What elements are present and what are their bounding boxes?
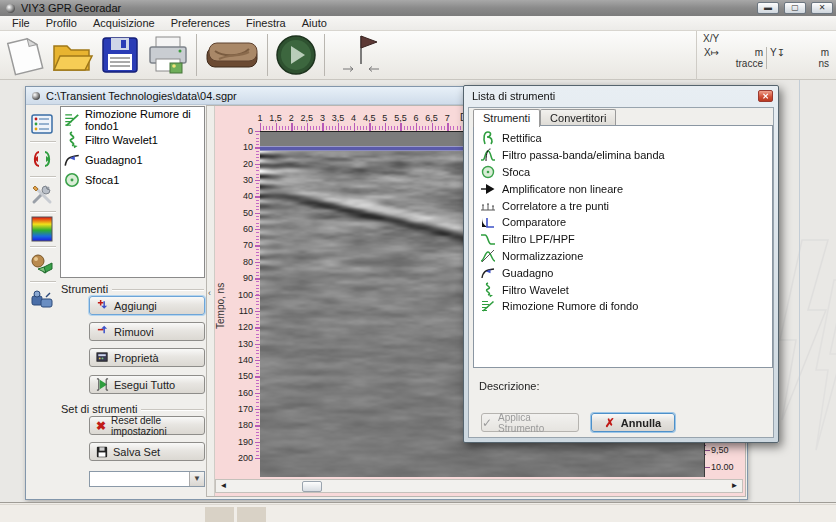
chain-item-gain[interactable]: Guadagno1 xyxy=(63,150,202,170)
y-units-selector[interactable]: Y↧ mns xyxy=(766,47,832,69)
tool-item-normalizzazione[interactable]: Normalizzazione xyxy=(476,248,770,265)
side-tool-strip xyxy=(29,107,57,316)
distance-tick-mark xyxy=(276,123,277,131)
dialog-titlebar[interactable]: Lista di strumenti ✕ xyxy=(464,86,778,106)
settings-tools-button[interactable] xyxy=(29,181,55,207)
time-tick-label: 0 xyxy=(217,126,253,136)
taskbar-button[interactable] xyxy=(205,507,234,522)
toolbar-separator xyxy=(324,34,325,76)
tool-item-rimozione-rumore[interactable]: Rimozione Rumore di fondo xyxy=(476,298,770,315)
combobox-dropdown-icon[interactable]: ▼ xyxy=(189,472,204,486)
time-tick-label: 40 xyxy=(217,191,253,201)
equipment-button[interactable] xyxy=(29,286,55,312)
dialog-close-button[interactable]: ✕ xyxy=(758,90,773,102)
chain-item-label: Guadagno1 xyxy=(85,154,143,166)
time-tick-label: 110 xyxy=(217,306,253,316)
x-unit-m[interactable]: m xyxy=(755,47,763,58)
panel-splitter[interactable]: ‹ xyxy=(207,106,215,496)
tool-item-lpf-hpf[interactable]: Filtro LPF/HPF xyxy=(476,231,770,248)
time-tick-label: 170 xyxy=(217,404,253,414)
processing-chain-list[interactable]: Rimozione Rumore di fondo1 Filtro Wavele… xyxy=(60,106,205,278)
wavelet-filter-icon xyxy=(63,131,81,149)
menu-acquisizione[interactable]: Acquisizione xyxy=(85,17,163,29)
print-button[interactable] xyxy=(144,32,192,78)
marker-flag-button[interactable] xyxy=(329,32,393,78)
scrollbar-thumb[interactable] xyxy=(302,481,322,492)
tab-strumenti[interactable]: Strumenti xyxy=(473,109,540,127)
menu-aiuto[interactable]: Aiuto xyxy=(294,17,335,29)
gpr-device-button[interactable] xyxy=(201,32,263,78)
dialog-body: Strumenti Convertitori Rettifica Filtro … xyxy=(468,107,774,438)
scroll-right-icon[interactable]: ► xyxy=(727,480,742,492)
chain-item-wavelet[interactable]: Filtro Wavelet1 xyxy=(63,130,202,150)
y-unit-ns[interactable]: ns xyxy=(818,58,829,69)
tool-list[interactable]: Rettifica Filtro passa-banda/elimina ban… xyxy=(473,125,773,368)
play-button[interactable] xyxy=(272,32,320,78)
tool-item-wavelet[interactable]: Filtro Wavelet xyxy=(476,281,770,298)
taskbar xyxy=(0,504,836,522)
annulla-button[interactable]: ✗ Annulla xyxy=(591,413,675,432)
distance-tick-mark xyxy=(447,123,448,131)
three-point-correlator-icon xyxy=(480,198,496,214)
open-folder-icon xyxy=(50,34,94,76)
tool-item-correlatore[interactable]: Correlatore a tre punti xyxy=(476,197,770,214)
scroll-left-icon[interactable]: ◄ xyxy=(216,480,231,492)
salva-set-button[interactable]: Salva Set xyxy=(89,442,205,461)
set-group-label: Set di strumenti xyxy=(61,403,204,415)
applica-strumento-button[interactable]: ✓ Applica Strumento xyxy=(481,413,579,432)
tool-item-rettifica[interactable]: Rettifica xyxy=(476,130,770,147)
save-button[interactable] xyxy=(96,32,144,78)
aggiungi-button[interactable]: Aggiungi xyxy=(89,296,205,315)
time-tick-label: 140 xyxy=(217,355,253,365)
gain-icon xyxy=(63,151,81,169)
time-tick-label: 50 xyxy=(217,208,253,218)
chain-item-label: Rimozione Rumore di fondo1 xyxy=(85,108,202,132)
horizontal-scrollbar[interactable]: ◄ ► xyxy=(215,479,743,493)
proprieta-button[interactable]: Proprietà xyxy=(89,348,205,367)
properties-panel-button[interactable] xyxy=(29,111,55,137)
description-label: Descrizione: xyxy=(473,372,773,400)
cancel-x-icon: ✗ xyxy=(605,416,615,430)
taskbar-button[interactable] xyxy=(237,507,266,522)
menu-file[interactable]: File xyxy=(4,17,38,29)
open-file-button[interactable] xyxy=(48,32,96,78)
converters-button[interactable] xyxy=(29,146,55,172)
new-file-icon xyxy=(3,34,45,76)
x-units-selector[interactable]: X↦ mtracce xyxy=(701,47,766,69)
chain-item-noise-removal[interactable]: Rimozione Rumore di fondo1 xyxy=(63,110,202,130)
menu-profilo[interactable]: Profilo xyxy=(38,17,85,29)
tool-item-sfoca[interactable]: Sfoca xyxy=(476,164,770,181)
reset-impostazioni-button[interactable]: ✖ Reset delle impostazioni xyxy=(89,416,205,435)
distance-tick-mark xyxy=(307,123,308,131)
rimuovi-button[interactable]: Rimuovi xyxy=(89,322,205,341)
time-tick-label: 80 xyxy=(217,257,253,267)
tools-dialog: Lista di strumenti ✕ Strumenti Convertit… xyxy=(463,85,779,443)
tool-item-comparatore[interactable]: Comparatore xyxy=(476,214,770,231)
blur-icon xyxy=(63,171,81,189)
tool-item-passa-banda[interactable]: Filtro passa-banda/elimina banda xyxy=(476,147,770,164)
list-panel-icon xyxy=(31,114,53,134)
new-file-button[interactable] xyxy=(0,32,48,78)
menu-preferences[interactable]: Preferences xyxy=(163,17,238,29)
view-3d-button[interactable] xyxy=(29,251,55,277)
save-set-icon xyxy=(96,446,108,458)
x-unit-tracce[interactable]: tracce xyxy=(736,58,763,69)
minimize-button[interactable]: ▬ xyxy=(757,2,779,14)
chain-item-blur[interactable]: Sfoca1 xyxy=(63,170,202,190)
main-toolbar: X/Y X↦ mtracce Y↧ mns xyxy=(0,31,836,80)
distance-tick-mark xyxy=(260,123,261,131)
side-strip-separator xyxy=(30,246,56,247)
maximize-button[interactable]: ▢ xyxy=(784,2,806,14)
colormap-icon xyxy=(31,216,53,242)
colormap-button[interactable] xyxy=(29,216,55,242)
tool-item-guadagno[interactable]: Guadagno xyxy=(476,264,770,281)
gpr-device-icon xyxy=(205,39,259,71)
close-button[interactable]: ✕ xyxy=(811,2,833,14)
tool-item-amplificatore[interactable]: Amplificatore non lineare xyxy=(476,180,770,197)
esegui-tutto-button[interactable]: Esegui Tutto xyxy=(89,375,205,394)
y-unit-m[interactable]: m xyxy=(821,47,829,58)
tool-set-combobox[interactable]: ▼ xyxy=(89,471,205,487)
mdi-client-area: C:\Transient Technologies\data\04.sgpr xyxy=(0,80,836,502)
menu-finestra[interactable]: Finestra xyxy=(238,17,294,29)
profile-window-icon xyxy=(32,92,40,100)
